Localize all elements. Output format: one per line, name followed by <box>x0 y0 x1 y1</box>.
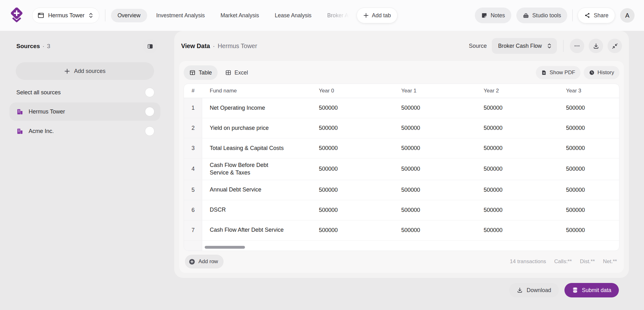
fund-name-cell[interactable]: Annual Debt Service <box>202 183 314 197</box>
value-cell[interactable]: 500000 <box>396 125 479 131</box>
sources-count: 3 <box>47 43 50 50</box>
studio-tools-label: Studio tools <box>532 12 561 19</box>
value-cell[interactable]: 500000 <box>396 187 479 193</box>
workspace-name: Hermus Tower <box>48 12 85 19</box>
source-toggle[interactable] <box>145 127 154 136</box>
sidebar-collapse-button[interactable] <box>143 39 157 53</box>
studio-tools-button[interactable]: Studio tools <box>516 8 567 23</box>
value-cell[interactable]: 500000 <box>561 166 619 172</box>
show-pdf-button[interactable]: Show PDF <box>536 66 580 79</box>
page-title: View Data · Hermus Tower <box>181 42 257 50</box>
history-button[interactable]: History <box>584 66 619 79</box>
value-cell[interactable]: 500000 <box>561 105 619 111</box>
notes-label: Notes <box>491 12 505 19</box>
value-cell[interactable]: 500000 <box>314 207 396 213</box>
value-cell[interactable]: 500000 <box>561 187 619 193</box>
source-toggle[interactable] <box>145 107 154 116</box>
app-logo[interactable] <box>9 7 24 24</box>
source-select-value: Broker Cash Flow <box>498 43 542 49</box>
table-row: 1Net Operating Income5000005000005000005… <box>184 98 619 118</box>
add-row-label: Add row <box>198 258 218 265</box>
more-options-button[interactable] <box>570 39 584 53</box>
value-cell[interactable]: 500000 <box>314 227 396 234</box>
nav-tab-strip: OverviewInvestment AnalysisMarket Analys… <box>111 9 351 22</box>
notes-button[interactable]: Notes <box>475 8 511 23</box>
fund-name-cell[interactable]: Cash Flow After Debt Service <box>202 223 314 237</box>
fund-name-cell[interactable]: DSCR <box>202 203 314 217</box>
column-header-: # <box>184 88 202 94</box>
horizontal-scrollbar-thumb[interactable] <box>205 246 245 249</box>
download-table-button[interactable] <box>589 39 603 53</box>
nav-tab-broker-as[interactable]: Broker As <box>321 9 351 22</box>
select-all-sources-row[interactable]: Select all sources <box>9 80 160 102</box>
collapse-view-button[interactable] <box>608 39 622 53</box>
top-nav: Hermus Tower OverviewInvestment Analysis… <box>0 0 644 31</box>
value-cell[interactable]: 500000 <box>561 145 619 152</box>
value-cell[interactable]: 500000 <box>396 166 479 172</box>
share-button[interactable]: Share <box>578 8 615 23</box>
fund-name-cell[interactable]: Net Operating Income <box>202 101 314 115</box>
tab-table-label: Table <box>199 69 212 76</box>
database-icon <box>572 287 578 293</box>
value-cell[interactable]: 500000 <box>479 187 561 193</box>
add-sources-button[interactable]: Add sources <box>16 62 154 80</box>
document-icon <box>541 70 547 75</box>
nav-tab-lease-analysis[interactable]: Lease Analysis <box>268 9 318 22</box>
select-all-label: Select all sources <box>16 89 61 96</box>
table-row: 2Yield on purchase price5000005000005000… <box>184 118 619 138</box>
value-cell[interactable]: 500000 <box>314 105 396 111</box>
nav-tab-market-analysis[interactable]: Market Analysis <box>214 9 266 22</box>
workspace-switcher[interactable]: Hermus Tower <box>32 8 99 23</box>
download-button[interactable]: Download <box>509 283 559 297</box>
sidebar-item-hermus-tower[interactable]: Hermus Tower <box>9 102 160 121</box>
fund-name-cell[interactable]: Total Leasing & Capital Costs <box>202 141 314 155</box>
value-cell[interactable]: 500000 <box>314 166 396 172</box>
tab-excel[interactable]: Excel <box>219 65 254 80</box>
column-header-fund-name: Fund name <box>202 88 314 94</box>
download-icon <box>593 43 599 49</box>
add-row-button[interactable]: Add row <box>185 255 224 268</box>
value-cell[interactable]: 500000 <box>561 207 619 213</box>
value-cell[interactable]: 500000 <box>396 207 479 213</box>
transactions-count: 14 transactions <box>510 258 546 265</box>
row-number: 7 <box>184 227 202 234</box>
history-label: History <box>597 69 614 76</box>
tab-excel-label: Excel <box>235 69 248 76</box>
table-body: 1Net Operating Income5000005000005000005… <box>184 98 619 241</box>
fund-name-cell[interactable]: Yield on purchase price <box>202 121 314 135</box>
user-avatar[interactable]: A <box>620 8 635 23</box>
sidebar-item-acme-inc[interactable]: Acme Inc. <box>9 122 160 140</box>
table-row: 5Annual Debt Service50000050000050000050… <box>184 180 619 200</box>
fund-name-cell[interactable]: Cash Flow Before Debt Service & Taxes <box>202 158 314 180</box>
value-cell[interactable]: 500000 <box>396 105 479 111</box>
submit-data-button[interactable]: Submit data <box>564 283 619 297</box>
status-dist: Dist.** <box>580 258 595 265</box>
value-cell[interactable]: 500000 <box>314 125 396 131</box>
nav-tab-overview[interactable]: Overview <box>111 9 147 22</box>
value-cell[interactable]: 500000 <box>479 166 561 172</box>
add-tab-button[interactable]: Add tab <box>357 8 397 23</box>
table-row: 6DSCR500000500000500000500000 <box>184 200 619 220</box>
table-row: 3Total Leasing & Capital Costs5000005000… <box>184 138 619 158</box>
value-cell[interactable]: 500000 <box>396 145 479 152</box>
toolbox-icon <box>523 12 529 19</box>
select-all-toggle[interactable] <box>145 88 154 97</box>
value-cell[interactable]: 500000 <box>479 125 561 131</box>
nav-tab-investment-analysis[interactable]: Investment Analysis <box>150 9 212 22</box>
source-select[interactable]: Broker Cash Flow <box>492 38 557 54</box>
value-cell[interactable]: 500000 <box>479 105 561 111</box>
value-cell[interactable]: 500000 <box>561 227 619 234</box>
tab-table[interactable]: Table <box>184 65 218 80</box>
value-cell[interactable]: 500000 <box>561 125 619 131</box>
unfold-icon <box>88 12 93 19</box>
value-cell[interactable]: 500000 <box>479 207 561 213</box>
value-cell[interactable]: 500000 <box>314 145 396 152</box>
collapse-icon <box>612 43 618 49</box>
value-cell[interactable]: 500000 <box>479 227 561 234</box>
value-cell[interactable]: 500000 <box>314 187 396 193</box>
value-cell[interactable]: 500000 <box>479 145 561 152</box>
share-icon <box>584 12 591 19</box>
value-cell[interactable]: 500000 <box>396 227 479 234</box>
download-label: Download <box>527 287 551 294</box>
row-number: 1 <box>184 105 202 111</box>
